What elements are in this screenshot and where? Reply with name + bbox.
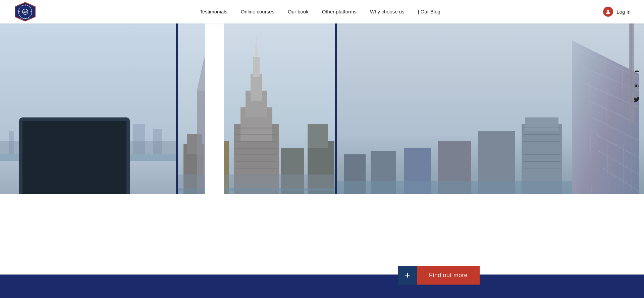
svg-rect-87 — [523, 148, 560, 148]
find-out-more-button[interactable]: Find out more — [417, 266, 480, 285]
bottom-strip — [0, 275, 644, 298]
svg-rect-86 — [523, 141, 560, 142]
twitter-icon[interactable] — [633, 95, 641, 103]
linkedin-icon[interactable]: in — [633, 81, 641, 89]
find-out-more-section: + Find out more — [398, 266, 480, 285]
nav-item-online-courses[interactable]: Online courses — [241, 9, 274, 15]
svg-rect-76 — [631, 23, 632, 191]
plus-button[interactable]: + — [398, 266, 417, 285]
svg-rect-78 — [525, 117, 558, 131]
nav-right: Log In — [603, 7, 631, 17]
medium-icon[interactable]: ●● — [633, 67, 641, 75]
book-overlay — [205, 23, 224, 225]
svg-rect-40 — [235, 128, 277, 129]
logo[interactable]: AC Analyst's corner — [13, 2, 37, 22]
main-nav: Testimonials Online courses Our book Oth… — [200, 9, 440, 15]
nav-item-other-platforms[interactable]: Other platforms — [322, 9, 357, 15]
svg-text:AC: AC — [23, 11, 27, 14]
svg-rect-21 — [153, 129, 162, 154]
svg-rect-88 — [523, 154, 560, 155]
login-button[interactable]: Log In — [616, 9, 631, 15]
svg-rect-37 — [251, 74, 262, 101]
svg-rect-43 — [235, 148, 277, 149]
logo-area: AC Analyst's corner — [13, 2, 37, 22]
svg-rect-90 — [523, 168, 560, 168]
header: AC Analyst's corner Testimonials Online … — [0, 0, 644, 23]
svg-rect-84 — [523, 128, 560, 128]
nav-item-testimonials[interactable]: Testimonials — [200, 9, 227, 15]
svg-rect-20 — [133, 124, 145, 154]
svg-rect-42 — [235, 141, 277, 142]
hero-section: ●● in + Find out more — [0, 0, 644, 298]
svg-rect-60 — [178, 188, 335, 195]
nav-item-our-book[interactable]: Our book — [288, 9, 309, 15]
svg-rect-44 — [235, 154, 277, 155]
svg-rect-85 — [523, 134, 560, 135]
nav-item-why-choose-us[interactable]: Why choose us — [370, 9, 405, 15]
svg-rect-56 — [308, 124, 328, 148]
svg-rect-38 — [253, 57, 260, 77]
svg-point-9 — [607, 10, 609, 12]
svg-rect-12 — [9, 131, 14, 154]
social-sidebar: ●● in — [633, 67, 641, 103]
svg-rect-45 — [235, 161, 277, 162]
svg-rect-93 — [505, 171, 507, 181]
nav-item-our-blog[interactable]: | Our Blog — [418, 9, 440, 15]
user-avatar-icon — [603, 7, 613, 17]
svg-rect-41 — [235, 134, 277, 135]
svg-rect-46 — [235, 168, 277, 169]
svg-rect-89 — [523, 161, 560, 162]
